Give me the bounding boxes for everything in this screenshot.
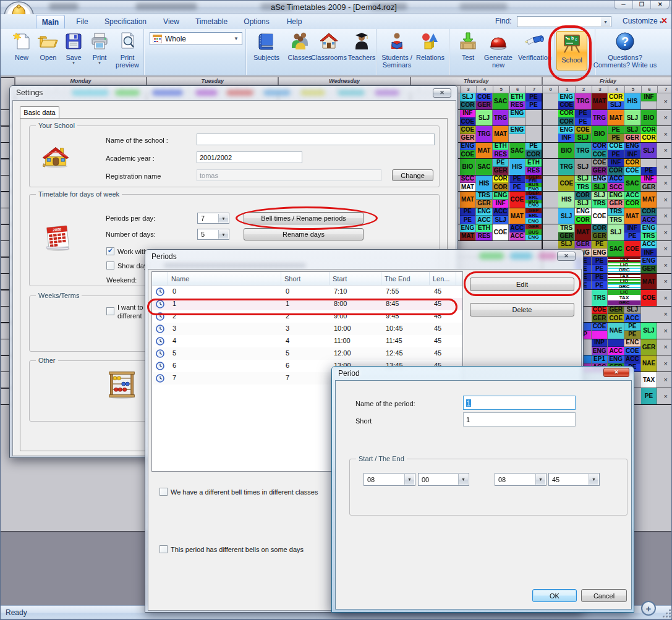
empty-cell-mark[interactable]: × xyxy=(657,290,672,306)
lesson-cell[interactable]: ENGINF xyxy=(624,143,641,159)
periods-close-button[interactable]: ✕ xyxy=(557,252,576,261)
test-button[interactable]: Test xyxy=(456,31,480,61)
lesson-cell[interactable]: ACCSLJ xyxy=(493,208,509,224)
empty-cell-mark[interactable]: × xyxy=(657,176,672,192)
restore-button[interactable]: ❐ xyxy=(633,1,652,9)
end-minute-combo[interactable]: 45▼ xyxy=(548,473,600,486)
lesson-cell[interactable]: TRG xyxy=(558,159,575,175)
minimize-button[interactable]: ─ xyxy=(615,1,633,9)
lesson-cell[interactable]: TAXLIGGRC xyxy=(608,257,640,273)
ribbon-close-icon[interactable]: ✕ xyxy=(661,16,668,25)
lesson-cell[interactable]: TRS xyxy=(592,290,608,306)
print-dropdown-icon[interactable]: ▼ xyxy=(87,61,112,65)
period-row[interactable]: 4411:0011:4545 xyxy=(152,335,462,347)
lesson-cell[interactable]: HIS xyxy=(476,176,493,192)
close-button[interactable]: ✕ xyxy=(651,1,669,9)
lesson-cell[interactable]: SLJ xyxy=(558,208,575,224)
lesson-cell[interactable]: GEPERLENG xyxy=(525,208,542,224)
lesson-cell[interactable]: COE xyxy=(493,224,509,240)
lesson-cell[interactable]: SCCMAT xyxy=(460,176,477,192)
lesson-cell[interactable]: TRG xyxy=(575,93,592,109)
lesson-cell[interactable]: SLJCOR xyxy=(460,93,477,109)
lesson-cell[interactable]: HIS xyxy=(624,93,641,109)
lesson-cell[interactable]: SLJ xyxy=(476,110,493,126)
lesson-cell[interactable]: ACCINF xyxy=(641,241,658,257)
lesson-cell[interactable]: ENGMAT xyxy=(460,224,477,240)
period-short-input[interactable]: 1 xyxy=(463,412,576,427)
end-hour-combo[interactable]: 08▼ xyxy=(495,473,547,486)
column-header[interactable]: Short xyxy=(281,272,330,285)
print-preview-button[interactable]: Print preview xyxy=(112,31,143,69)
lesson-cell[interactable]: CORCOR xyxy=(641,126,658,142)
lesson-cell[interactable]: ENGINF xyxy=(493,192,509,208)
lesson-cell[interactable]: TAXLIGGRC xyxy=(608,274,640,290)
lesson-cell[interactable]: SLJ xyxy=(608,224,624,240)
lesson-cell[interactable]: TRSGER xyxy=(558,224,575,240)
lesson-cell[interactable]: SLJ xyxy=(575,159,592,175)
lesson-cell[interactable]: COE xyxy=(592,323,608,339)
lesson-cell[interactable]: ENGGER xyxy=(608,192,624,208)
lesson-cell[interactable]: MAT xyxy=(509,208,526,224)
periods-per-day-combo[interactable]: 7 ▼ xyxy=(197,213,229,224)
lesson-cell[interactable]: COEGER xyxy=(476,93,493,109)
lesson-cell[interactable]: GERCOE xyxy=(608,307,624,323)
period-name-input[interactable]: 1 xyxy=(463,396,576,410)
customize-button[interactable]: Customize ▾ xyxy=(623,17,662,25)
empty-cell-mark[interactable]: × xyxy=(657,372,672,388)
lesson-cell[interactable]: COEGER xyxy=(592,159,608,175)
lesson-cell[interactable]: COE xyxy=(641,290,658,306)
new-button[interactable]: New xyxy=(8,31,35,61)
lesson-cell[interactable]: GERBUSENG xyxy=(525,224,542,240)
lesson-cell[interactable]: CORSLJ xyxy=(608,93,624,109)
lesson-cell[interactable]: LICTAXGRC xyxy=(608,290,640,306)
generate-new-button[interactable]: Generate new xyxy=(480,31,516,69)
lesson-cell[interactable]: COEGER xyxy=(460,126,477,142)
column-header[interactable]: Start xyxy=(330,272,381,285)
tab-specification[interactable]: Specification xyxy=(100,15,151,28)
lesson-cell[interactable]: SLJACC xyxy=(624,307,641,323)
tab-options[interactable]: Options xyxy=(239,15,274,28)
lesson-cell[interactable]: TAX xyxy=(641,372,658,388)
column-header[interactable]: The End xyxy=(381,272,430,285)
school-name-input[interactable] xyxy=(197,134,435,145)
lesson-cell[interactable]: ETHRES xyxy=(476,224,493,240)
classrooms-button[interactable]: Classrooms xyxy=(310,31,348,61)
lesson-cell[interactable]: MAT xyxy=(575,224,592,240)
lesson-cell[interactable]: ENGTRS xyxy=(641,224,658,240)
lesson-cell[interactable]: PEPE xyxy=(460,208,477,224)
empty-cell-mark[interactable]: × xyxy=(657,159,672,175)
lesson-cell[interactable]: GEPERLBUSENG xyxy=(525,176,542,192)
lesson-cell[interactable]: SLJ xyxy=(641,323,658,339)
lesson-cell[interactable]: COE xyxy=(624,241,641,257)
show-day-checkbox[interactable] xyxy=(106,261,114,270)
tab-view[interactable]: View xyxy=(158,15,185,28)
lesson-cell[interactable]: SAC xyxy=(608,241,624,257)
lesson-cell[interactable]: PE xyxy=(641,159,658,175)
lesson-cell[interactable]: INF xyxy=(641,93,658,109)
lesson-cell[interactable]: ACCCOR xyxy=(624,192,641,208)
different-bells-classes-checkbox[interactable] xyxy=(159,488,168,496)
lesson-cell[interactable]: INFCOE xyxy=(460,110,477,126)
lesson-cell[interactable]: BIO xyxy=(460,159,477,175)
lesson-cell[interactable]: MAT xyxy=(641,192,658,208)
empty-cell-mark[interactable]: × xyxy=(657,110,672,126)
lesson-cell[interactable]: ACCSCC xyxy=(608,176,624,192)
tab-file[interactable]: File xyxy=(70,15,95,28)
lesson-cell[interactable]: SAC xyxy=(476,159,493,175)
print-button[interactable]: Print ▼ xyxy=(87,31,112,65)
lesson-cell[interactable]: GEPERLBUSENG xyxy=(525,192,542,208)
lesson-cell[interactable]: PECOR xyxy=(525,143,542,159)
weeks-terms-checkbox[interactable] xyxy=(106,307,114,315)
lesson-cell[interactable]: CORCOE xyxy=(592,143,608,159)
change-button[interactable]: Change xyxy=(392,169,433,181)
lesson-cell[interactable]: ETHRES xyxy=(509,93,526,109)
lesson-cell[interactable]: PEPE xyxy=(525,93,542,109)
column-header[interactable]: Name xyxy=(168,272,281,285)
lesson-cell[interactable]: PE xyxy=(641,388,658,404)
lesson-cell[interactable]: SLJ xyxy=(641,143,658,159)
empty-cell-mark[interactable]: × xyxy=(657,241,672,257)
lesson-cell[interactable]: HIS xyxy=(558,192,575,208)
ok-button[interactable]: OK xyxy=(532,589,577,602)
lesson-cell[interactable]: MAT xyxy=(641,274,658,290)
number-of-days-combo[interactable]: 5 ▼ xyxy=(197,229,229,240)
